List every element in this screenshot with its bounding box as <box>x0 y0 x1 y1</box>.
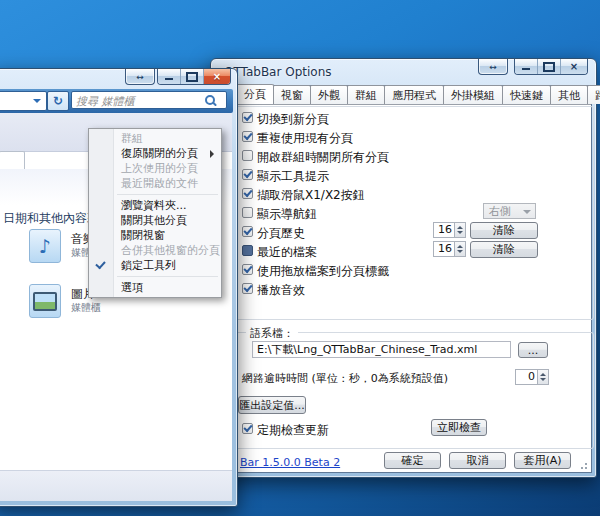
network-timeout-label: 網路逾時時間 (單位：秒，0為系統預設值) <box>242 371 448 386</box>
spin-down-icon <box>457 231 463 234</box>
checkbox[interactable] <box>242 188 253 199</box>
context-menu: 群組復原關閉的分頁上次使用的分頁最近開啟的文件瀏覽資料夾...關閉其他分頁關閉視… <box>88 128 222 298</box>
close-button[interactable]: × <box>204 69 230 84</box>
language-group-title: 語系檔： <box>246 326 298 341</box>
minimize-icon <box>522 68 530 70</box>
checkbox[interactable] <box>242 131 253 142</box>
tab-外觀[interactable]: 外觀 <box>310 85 348 104</box>
checkbox[interactable] <box>242 207 253 218</box>
menu-item-關閉視窗[interactable]: 關閉視窗 <box>89 228 221 243</box>
maximize-button[interactable] <box>181 69 204 84</box>
resize-grip[interactable] <box>578 460 587 469</box>
minimize-button[interactable] <box>515 59 538 74</box>
music-note-icon: ♪ <box>39 235 51 257</box>
checkbox-label[interactable]: 顯示導航鈕 <box>257 206 317 223</box>
address-bar[interactable] <box>0 91 47 111</box>
tab-路徑[interactable]: 路徑 <box>587 85 600 104</box>
options-tab-strip: 分頁視窗外觀群組應用程式外掛模組快速鍵其他路徑 <box>216 86 591 105</box>
checkbox-label[interactable]: 使用拖放檔案到分頁標籤 <box>257 263 389 280</box>
checkbox[interactable] <box>242 169 253 180</box>
refresh-button[interactable]: ↻ <box>47 91 69 111</box>
tab-options-group: 切換到新分頁重複使用現有分頁開啟群組時關閉所有分頁顯示工具提示擷取滑鼠X1/X2… <box>235 106 594 320</box>
checkbox-label[interactable]: 切換到新分頁 <box>257 111 329 128</box>
checkbox[interactable] <box>242 150 253 161</box>
ok-button[interactable]: 確定 <box>384 452 441 469</box>
maximize-button[interactable] <box>538 59 561 74</box>
menu-item-瀏覽資料夾...[interactable]: 瀏覽資料夾... <box>89 198 221 213</box>
position-dropdown[interactable]: 右側 <box>483 203 536 219</box>
checkbox-label[interactable]: 擷取滑鼠X1/X2按鈕 <box>257 187 365 204</box>
language-file-path-field[interactable]: E:\下載\Lng_QTTabBar_Chinese_Trad.xml <box>252 341 511 358</box>
spinner-arrows[interactable] <box>537 370 548 384</box>
spinner-arrows[interactable] <box>454 242 465 256</box>
spin-up-icon <box>457 226 463 229</box>
checkbox[interactable] <box>242 112 253 123</box>
tab-分頁[interactable]: 分頁 <box>236 84 274 104</box>
checkbox[interactable] <box>242 283 253 294</box>
clear-button[interactable]: 清除 <box>470 222 538 239</box>
menu-item-label: 瀏覽資料夾... <box>121 199 187 212</box>
count-spinner[interactable]: 16 <box>433 222 466 238</box>
address-toolbar: ↻ <box>0 89 233 113</box>
tab-應用程式[interactable]: 應用程式 <box>384 85 444 104</box>
refresh-icon: ↻ <box>53 94 63 108</box>
search-icon <box>205 95 215 105</box>
options-dialog-window: QTTabBar Options ↔ × 分頁視窗外觀群組應用程式外掛模組快速鍵… <box>210 58 597 478</box>
menu-item-群組: 群組 <box>89 131 221 146</box>
search-box[interactable] <box>71 91 227 109</box>
update-check-checkbox[interactable] <box>242 423 253 434</box>
checkbox-label[interactable]: 分頁歷史 <box>257 225 305 242</box>
check-now-button[interactable]: 立即檢查 <box>431 419 487 436</box>
menu-item-鎖定工具列[interactable]: 鎖定工具列 <box>89 258 221 273</box>
menu-item-label: 上次使用的分頁 <box>121 162 198 175</box>
pictures-library-item[interactable] <box>29 284 61 318</box>
menu-item-關閉其他分頁[interactable]: 關閉其他分頁 <box>89 213 221 228</box>
music-library-item[interactable]: ♪ <box>29 229 61 263</box>
menu-item-label: 鎖定工具列 <box>121 259 176 272</box>
checkbox[interactable] <box>242 264 253 275</box>
spin-up-icon <box>457 245 463 248</box>
minimize-button[interactable] <box>158 69 181 84</box>
checkbox-label[interactable]: 開啟群組時關閉所有分頁 <box>257 149 389 166</box>
checkbox[interactable] <box>242 245 253 256</box>
clear-button[interactable]: 清除 <box>470 241 538 258</box>
export-settings-button[interactable]: 匯出設定值... <box>238 396 306 414</box>
spin-down-icon <box>457 250 463 253</box>
spinner-arrows[interactable] <box>454 223 465 237</box>
timeout-value: 0 <box>516 370 537 384</box>
menu-item-選項[interactable]: 選項 <box>89 280 221 295</box>
option-row: 重複使用現有分頁 <box>236 130 593 148</box>
chevron-down-icon[interactable] <box>33 99 41 103</box>
option-row: 切換到新分頁 <box>236 111 593 129</box>
menu-item-復原關閉的分頁[interactable]: 復原關閉的分頁 <box>89 146 221 161</box>
tab-其他[interactable]: 其他 <box>550 85 588 104</box>
checkbox-label[interactable]: 播放音效 <box>257 282 305 299</box>
tab-快速鍵[interactable]: 快速鍵 <box>502 85 551 104</box>
language-group: 語系檔： E:\下載\Lng_QTTabBar_Chinese_Trad.xml… <box>235 332 594 449</box>
close-button[interactable]: × <box>561 59 587 74</box>
spin-down-icon <box>540 378 546 381</box>
qttab-switch-caption-button-explorer[interactable]: ↔ <box>125 69 155 85</box>
checkbox-label[interactable]: 最近的檔案 <box>257 244 317 261</box>
search-input[interactable] <box>74 93 208 109</box>
menu-item-label: 合併其他視窗的分頁 <box>121 244 220 257</box>
qttab-switch-caption-button[interactable]: ↔ <box>478 59 508 75</box>
spin-up-icon <box>540 373 546 376</box>
tab-外掛模組[interactable]: 外掛模組 <box>443 85 503 104</box>
menu-item-label: 最近開啟的文件 <box>121 177 198 190</box>
browse-button[interactable]: ... <box>518 342 548 358</box>
maximize-icon <box>543 62 555 72</box>
checkbox-label[interactable]: 重複使用現有分頁 <box>257 130 353 147</box>
count-spinner[interactable]: 16 <box>433 241 466 257</box>
checkbox[interactable] <box>242 226 253 237</box>
cancel-button[interactable]: 取消 <box>449 452 506 469</box>
checkbox-label[interactable]: 顯示工具提示 <box>257 168 329 185</box>
tab-視窗[interactable]: 視窗 <box>273 85 311 104</box>
timeout-spinner[interactable]: 0 <box>515 369 549 385</box>
version-link[interactable]: Bar 1.5.0.0 Beta 2 <box>240 456 340 469</box>
menu-item-合併其他視窗的分頁: 合併其他視窗的分頁 <box>89 243 221 258</box>
qttabbar-tab-fragment[interactable] <box>0 151 25 170</box>
dialog-client-area: 分頁視窗外觀群組應用程式外掛模組快速鍵其他路徑 切換到新分頁重複使用現有分頁開啟… <box>215 85 592 473</box>
apply-button[interactable]: 套用(A) <box>514 452 571 469</box>
tab-群組[interactable]: 群組 <box>347 85 385 104</box>
